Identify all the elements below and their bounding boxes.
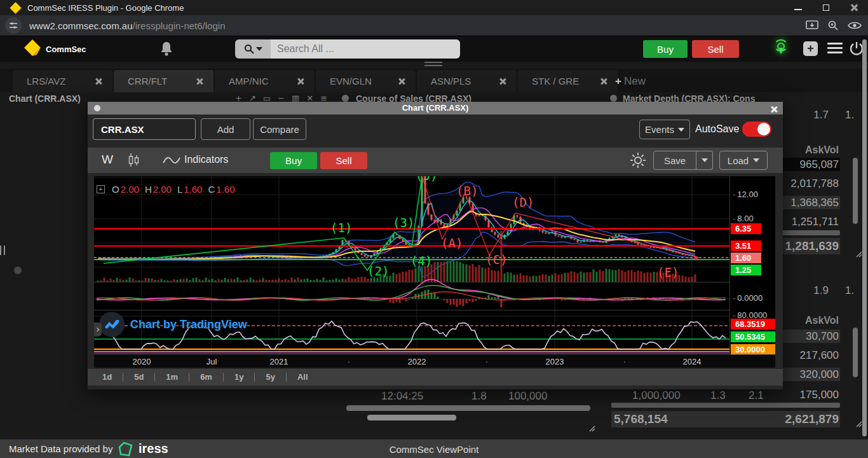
maximize-icon bbox=[823, 4, 829, 11]
legend-expand-icon[interactable]: + bbox=[97, 185, 105, 193]
tradingview-text: Chart by TradingView bbox=[130, 318, 247, 331]
autosave-toggle[interactable] bbox=[742, 121, 771, 137]
events-dropdown[interactable]: Events bbox=[639, 120, 690, 139]
new-tab-button[interactable]: +New bbox=[615, 75, 646, 88]
time-axis[interactable]: 2020Jul2021202220232024... bbox=[94, 354, 775, 368]
time-axis-label: 2021 bbox=[270, 357, 288, 366]
price-axis[interactable]: -12.00-8.00-0.0000-80.00006.353.511.601.… bbox=[729, 176, 775, 354]
drag-handle[interactable] bbox=[424, 62, 442, 68]
browser-urlbar: www2.commsec.com.au/iressplugin-net6/log… bbox=[0, 15, 868, 36]
cos-hscrollbar-thumb[interactable] bbox=[367, 415, 456, 420]
tab-asn-pls[interactable]: ASN/PLS bbox=[417, 70, 517, 92]
header-sell-button[interactable]: Sell bbox=[692, 40, 739, 58]
time-axis-label: Jul bbox=[207, 357, 217, 366]
tab-evn-gln[interactable]: EVN/GLN bbox=[316, 70, 416, 92]
site-settings-icon[interactable] bbox=[5, 17, 22, 34]
install-app-icon[interactable] bbox=[806, 20, 818, 31]
indicators-button[interactable]: Indicators bbox=[184, 154, 228, 165]
zoom-icon[interactable] bbox=[827, 20, 839, 31]
range-all[interactable]: All bbox=[287, 373, 319, 382]
range-1d[interactable]: 1d bbox=[92, 373, 123, 382]
live-alert-icon[interactable] bbox=[773, 39, 789, 59]
chart-buy-button[interactable]: Buy bbox=[270, 152, 317, 169]
symbol-input[interactable] bbox=[93, 118, 196, 140]
plus-icon: + bbox=[615, 75, 621, 87]
cos-hscrollbar[interactable] bbox=[346, 405, 590, 411]
range-5d[interactable]: 5d bbox=[123, 373, 155, 382]
workspace: Chart (CRR.ASX) + ↗ ▭ − ▥ ✕ ≡ Course of … bbox=[0, 92, 868, 439]
eye-icon[interactable] bbox=[848, 20, 862, 31]
bidvol-total: 5,768,154 bbox=[611, 411, 668, 427]
search-scope-caret-icon bbox=[256, 47, 262, 51]
close-tab-icon[interactable] bbox=[499, 78, 506, 85]
depth-bid-price: 1.7 bbox=[799, 109, 829, 121]
candlestick-style-icon[interactable] bbox=[126, 153, 141, 168]
resize-handle-icon[interactable] bbox=[855, 250, 862, 258]
toggle-knob bbox=[757, 123, 770, 135]
depth-scrollbar[interactable] bbox=[853, 158, 858, 224]
chart-area[interactable]: (1)(2)(3)(4)(5)(A)(B)(C)(D)(E) -12.00-8.… bbox=[94, 176, 775, 354]
save-button[interactable]: Save bbox=[653, 151, 696, 170]
search-box bbox=[235, 39, 460, 59]
price-badge: 30.0000 bbox=[731, 344, 775, 354]
tab-label: LRS/AVZ bbox=[27, 76, 65, 87]
range-6m[interactable]: 6m bbox=[189, 373, 224, 382]
search-input[interactable] bbox=[271, 39, 460, 59]
range-5y[interactable]: 5y bbox=[255, 373, 286, 382]
close-tab-icon[interactable] bbox=[196, 78, 203, 85]
load-button[interactable]: Load bbox=[719, 151, 768, 170]
dialog-titlebar[interactable]: Chart (CRR.ASX) bbox=[88, 102, 783, 114]
time-axis-label: 2020 bbox=[133, 357, 151, 366]
add-widget-icon[interactable]: + bbox=[803, 41, 818, 56]
add-button[interactable]: Add bbox=[201, 118, 250, 140]
watchlist-tabs: LRS/AVZ CRR/FLT AMP/NIC EVN/GLN ASN/PLS … bbox=[0, 69, 868, 92]
tab-amp-nic[interactable]: AMP/NIC bbox=[215, 70, 315, 92]
address-bar[interactable]: www2.commsec.com.au/iressplugin-net6/log… bbox=[29, 20, 225, 31]
plus-icon: + bbox=[807, 42, 814, 55]
price-axis-label: -12.00 bbox=[733, 190, 758, 199]
search-scope-button[interactable] bbox=[235, 39, 271, 59]
price-badge: 3.51 bbox=[731, 240, 761, 251]
chart-sell-button[interactable]: Sell bbox=[320, 152, 367, 169]
line-style-icon[interactable] bbox=[163, 155, 180, 165]
minimize-button[interactable] bbox=[784, 0, 812, 15]
depth-scrollbar[interactable] bbox=[853, 328, 858, 377]
notifications-bell-icon[interactable] bbox=[160, 41, 173, 57]
interval-button[interactable]: W bbox=[102, 153, 113, 167]
close-tab-icon[interactable] bbox=[95, 78, 102, 85]
menu-icon[interactable] bbox=[827, 43, 843, 56]
maximize-button[interactable] bbox=[812, 0, 840, 15]
close-window-button[interactable] bbox=[840, 0, 868, 15]
page-scrollbar[interactable] bbox=[862, 39, 867, 436]
dialog-close-button[interactable] bbox=[770, 104, 778, 117]
range-1m[interactable]: 1m bbox=[155, 373, 189, 382]
autosave-label: AutoSave bbox=[695, 123, 739, 135]
price-axis-label: -8.00 bbox=[733, 214, 754, 223]
collapse-panel-icon[interactable]: › bbox=[94, 323, 102, 337]
close-tab-icon[interactable] bbox=[398, 78, 405, 85]
save-options-button[interactable] bbox=[696, 151, 713, 170]
tab-lrs-avz[interactable]: LRS/AVZ bbox=[13, 70, 112, 92]
resize-handle-icon[interactable] bbox=[855, 420, 862, 427]
window-title: CommSec IRESS Plugin - Google Chrome bbox=[27, 3, 184, 13]
tab-label: EVN/GLN bbox=[330, 76, 372, 87]
tradingview-attribution[interactable]: Chart by TradingView bbox=[99, 312, 247, 337]
left-drag-bars[interactable] bbox=[0, 246, 5, 255]
resize-handle-icon[interactable] bbox=[588, 424, 595, 432]
load-label: Load bbox=[728, 155, 749, 166]
gear-icon[interactable] bbox=[630, 152, 646, 169]
close-tab-icon[interactable] bbox=[600, 78, 607, 85]
dialog-title: Chart (CRR.ASX) bbox=[402, 103, 469, 113]
header-buy-button[interactable]: Buy bbox=[643, 40, 688, 58]
close-icon bbox=[850, 3, 858, 11]
close-tab-icon[interactable] bbox=[297, 78, 304, 85]
time-axis-label: 2022 bbox=[408, 357, 426, 366]
range-1y[interactable]: 1y bbox=[224, 373, 255, 382]
depth-bidvol-partial: 1,000,000 bbox=[632, 389, 681, 402]
price-badge: 6.35 bbox=[731, 223, 761, 234]
compare-button[interactable]: Compare bbox=[253, 118, 306, 140]
tab-crr-flt[interactable]: CRR/FLT bbox=[114, 70, 214, 92]
depth-bid-price: 1.9 bbox=[799, 284, 829, 297]
depth-bid-partial: 1.3 bbox=[710, 389, 726, 402]
tab-stk-gre[interactable]: STK / GRE bbox=[518, 70, 618, 92]
